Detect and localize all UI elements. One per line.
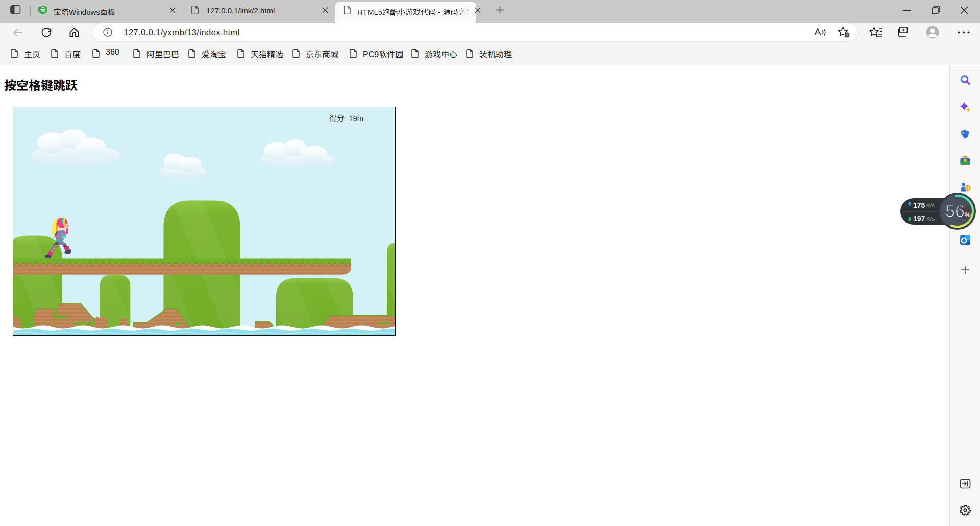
svg-text:K/s: K/s <box>926 202 935 208</box>
svg-text:175: 175 <box>913 201 925 209</box>
svg-text:197: 197 <box>913 214 925 223</box>
svg-text:56: 56 <box>945 201 965 221</box>
svg-text:%: % <box>965 211 971 219</box>
svg-text:K/s: K/s <box>926 216 935 222</box>
svg-text:得分: 19m: 得分: 19m <box>329 114 364 123</box>
